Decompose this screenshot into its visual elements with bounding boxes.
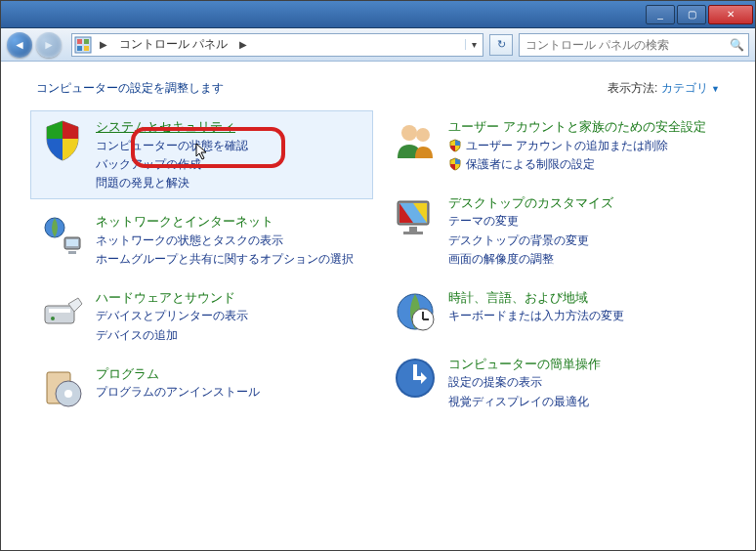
- category-text: ユーザー アカウントと家族のための安全設定ユーザー アカウントの追加または削除保…: [448, 117, 717, 174]
- category-link[interactable]: ネットワークとインターネット: [96, 212, 273, 232]
- category-block: プログラムプログラムのアンインストール: [30, 358, 373, 418]
- category-text: ハードウェアとサウンドデバイスとプリンターの表示デバイスの追加: [96, 288, 364, 345]
- svg-rect-10: [49, 309, 70, 313]
- sub-link-row: プログラムのアンインストール: [96, 383, 364, 402]
- svg-rect-8: [68, 251, 76, 254]
- category-block: コンピューターの簡単操作設定の提案の表示視覚ディスプレイの最適化: [383, 348, 726, 418]
- search-icon[interactable]: 🔍: [725, 38, 748, 52]
- sub-link[interactable]: ホームグループと共有に関するオプションの選択: [96, 250, 354, 269]
- breadcrumb-arrow[interactable]: ▶: [233, 39, 253, 50]
- sub-link[interactable]: テーマの変更: [448, 212, 519, 231]
- sub-link[interactable]: キーボードまたは入力方法の変更: [448, 307, 624, 325]
- sub-link-row: コンピューターの状態を確認: [96, 137, 364, 155]
- category-text: 時計、言語、および地域キーボードまたは入力方法の変更: [448, 288, 717, 335]
- sub-link[interactable]: 保護者による制限の設定: [466, 155, 595, 174]
- uac-shield-icon: [448, 157, 462, 171]
- category-text: デスクトップのカスタマイズテーマの変更デスクトップの背景の変更画面の解像度の調整: [448, 193, 717, 269]
- desktop-icon: [392, 193, 439, 240]
- category-block: ハードウェアとサウンドデバイスとプリンターの表示デバイスの追加: [30, 281, 373, 352]
- sub-link-row: デバイスの追加: [96, 326, 364, 345]
- category-block: 時計、言語、および地域キーボードまたは入力方法の変更: [383, 281, 726, 342]
- category-text: プログラムプログラムのアンインストール: [96, 364, 364, 411]
- svg-rect-1: [77, 39, 82, 44]
- search-input[interactable]: [520, 38, 725, 52]
- right-column: ユーザー アカウントと家族のための安全設定ユーザー アカウントの追加または削除保…: [383, 110, 726, 424]
- address-dropdown[interactable]: ▾: [465, 39, 483, 50]
- sub-link[interactable]: デバイスの追加: [96, 326, 178, 345]
- breadcrumb-text[interactable]: コントロール パネル: [113, 36, 233, 53]
- view-by-label: 表示方法:: [608, 81, 657, 95]
- sub-link[interactable]: バックアップの作成: [96, 155, 201, 174]
- shield-icon: [39, 117, 86, 164]
- sub-link[interactable]: ネットワークの状態とタスクの表示: [96, 232, 283, 250]
- svg-rect-7: [66, 239, 78, 246]
- sub-link-row: 設定の提案の表示: [448, 373, 717, 392]
- sub-link[interactable]: デスクトップの背景の変更: [448, 232, 589, 250]
- view-by: 表示方法: カテゴリ ▼: [608, 79, 720, 97]
- control-panel-icon: [72, 34, 94, 56]
- category-block: システムとセキュリティコンピューターの状態を確認バックアップの作成問題の発見と解…: [30, 110, 373, 199]
- sub-link[interactable]: 問題の発見と解決: [96, 174, 189, 192]
- category-text: システムとセキュリティコンピューターの状態を確認バックアップの作成問題の発見と解…: [96, 117, 364, 192]
- svg-rect-9: [45, 306, 74, 323]
- category-link[interactable]: デスクトップのカスタマイズ: [448, 193, 613, 213]
- sub-link[interactable]: 視覚ディスプレイの最適化: [448, 393, 589, 411]
- svg-rect-2: [84, 39, 89, 44]
- users-icon: [392, 117, 439, 164]
- sub-link-row: 視覚ディスプレイの最適化: [448, 393, 717, 411]
- chevron-down-icon[interactable]: ▼: [711, 84, 720, 94]
- left-column: システムとセキュリティコンピューターの状態を確認バックアップの作成問題の発見と解…: [30, 110, 373, 424]
- programs-icon: [39, 364, 86, 411]
- close-button[interactable]: ✕: [708, 5, 753, 24]
- nav-forward-button: ►: [36, 32, 62, 58]
- sub-link-row: ネットワークの状態とタスクの表示: [96, 232, 364, 250]
- content-header: コンピューターの設定を調整します 表示方法: カテゴリ ▼: [30, 79, 726, 97]
- sub-link[interactable]: プログラムのアンインストール: [96, 383, 260, 402]
- nav-back-button[interactable]: ◄: [7, 32, 32, 58]
- breadcrumb-arrow[interactable]: ▶: [94, 39, 113, 50]
- sub-link[interactable]: 画面の解像度の調整: [448, 250, 554, 269]
- uac-shield-icon: [448, 139, 462, 152]
- refresh-button[interactable]: ↻: [489, 34, 513, 56]
- category-link[interactable]: プログラム: [96, 364, 159, 384]
- window: _ ▢ ✕ ◄ ► ▶ コントロール パネル ▶ ▾ ↻ 🔍 コンピューターの設…: [0, 0, 756, 551]
- sub-link[interactable]: デバイスとプリンターの表示: [96, 307, 248, 325]
- sub-link[interactable]: ユーザー アカウントの追加または削除: [466, 137, 668, 155]
- svg-rect-3: [77, 46, 82, 51]
- category-grid: システムとセキュリティコンピューターの状態を確認バックアップの作成問題の発見と解…: [30, 110, 726, 424]
- sub-link[interactable]: コンピューターの状態を確認: [96, 137, 248, 155]
- category-link[interactable]: ユーザー アカウントと家族のための安全設定: [448, 117, 706, 137]
- category-block: ユーザー アカウントと家族のための安全設定ユーザー アカウントの追加または削除保…: [383, 110, 726, 181]
- svg-point-16: [416, 128, 430, 142]
- category-text: ネットワークとインターネットネットワークの状態とタスクの表示ホームグループと共有…: [96, 212, 364, 269]
- category-link[interactable]: システムとセキュリティ: [96, 117, 235, 137]
- svg-rect-19: [409, 227, 417, 232]
- category-text: コンピューターの簡単操作設定の提案の表示視覚ディスプレイの最適化: [448, 355, 717, 411]
- sub-link-row: デバイスとプリンターの表示: [96, 307, 364, 325]
- sub-link-row: キーボードまたは入力方法の変更: [448, 307, 717, 325]
- view-by-value[interactable]: カテゴリ: [661, 79, 708, 97]
- category-link[interactable]: コンピューターの簡単操作: [448, 355, 601, 374]
- svg-point-11: [51, 317, 55, 320]
- svg-rect-20: [403, 232, 423, 234]
- hardware-icon: [39, 288, 86, 335]
- sub-link-row: ユーザー アカウントの追加または削除: [448, 137, 717, 155]
- category-block: デスクトップのカスタマイズテーマの変更デスクトップの背景の変更画面の解像度の調整: [383, 187, 726, 276]
- network-icon: [39, 212, 86, 259]
- svg-point-14: [64, 390, 72, 398]
- category-link[interactable]: 時計、言語、および地域: [448, 288, 588, 308]
- sub-link-row: 画面の解像度の調整: [448, 250, 717, 269]
- search-box[interactable]: 🔍: [519, 33, 749, 57]
- ease-icon: [392, 355, 439, 402]
- sub-link[interactable]: 設定の提案の表示: [448, 373, 542, 392]
- sub-link-row: テーマの変更: [448, 212, 717, 231]
- svg-rect-4: [84, 46, 89, 51]
- category-link[interactable]: ハードウェアとサウンド: [96, 288, 235, 308]
- sub-link-row: ホームグループと共有に関するオプションの選択: [96, 250, 364, 269]
- minimize-button[interactable]: _: [646, 5, 675, 24]
- address-bar[interactable]: ▶ コントロール パネル ▶ ▾: [71, 33, 483, 57]
- adjust-settings-label: コンピューターの設定を調整します: [36, 80, 224, 97]
- maximize-button[interactable]: ▢: [677, 5, 706, 24]
- svg-point-15: [401, 125, 417, 141]
- clock-icon: [392, 288, 439, 335]
